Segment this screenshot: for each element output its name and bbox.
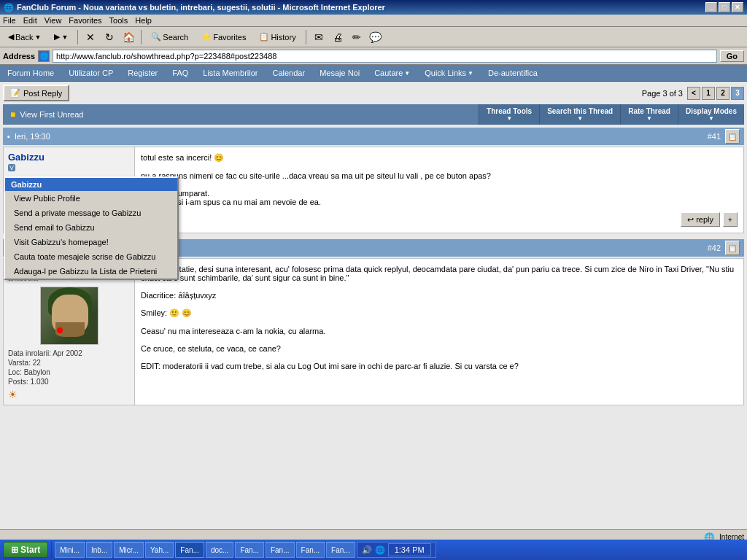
menu-tools[interactable]: Tools	[109, 16, 128, 25]
minimize-button[interactable]: _	[705, 2, 717, 12]
top-controls: 📝 Post Reply Page 3 of 3 < 1 2 3	[3, 85, 744, 101]
context-send-email[interactable]: Send email to Gabizzu	[5, 220, 177, 235]
forum-nav-members[interactable]: Lista Membrilor	[196, 65, 265, 81]
display-modes-button[interactable]: Display Modes ▼	[678, 104, 744, 125]
close-button[interactable]: ✕	[732, 2, 743, 12]
search-button[interactable]: 🔍 Search	[146, 29, 193, 45]
post-content-42: Penis reputatie, desi suna interesant, a…	[135, 259, 743, 405]
taskbar: ⊞ Start Mini... Inb... Micr... Yah... Fa…	[0, 540, 747, 553]
search-toolbar-icon: 🔍	[151, 32, 161, 42]
reply-button-41[interactable]: ↩ reply	[681, 212, 720, 227]
taskbar-btn-9[interactable]: Fan...	[296, 542, 325, 553]
forward-arrow-icon: ▶	[54, 32, 60, 42]
page-3-button[interactable]: 3	[731, 87, 744, 100]
menu-favorites[interactable]: Favorites	[69, 16, 101, 25]
address-label: Address	[3, 52, 35, 61]
forum-nav-home[interactable]: Forum Home	[0, 65, 61, 81]
address-input[interactable]	[53, 50, 717, 63]
window-title: FanClub Forum - Noua varianta vs buletin…	[17, 3, 385, 12]
taskbar-btn-3[interactable]: Micr...	[114, 542, 144, 553]
post-body-41: Gabizzu V Gabizzu View Public Profile Se…	[3, 147, 744, 233]
menu-edit[interactable]: Edit	[23, 16, 37, 25]
username-41[interactable]: Gabizzu	[8, 152, 130, 163]
page-1-button[interactable]: 1	[702, 87, 715, 100]
context-view-profile[interactable]: View Public Profile	[5, 191, 177, 206]
display-modes-dropdown-icon: ▼	[708, 115, 714, 122]
post-report-41[interactable]: 📋	[725, 129, 740, 144]
taskbar-btn-7[interactable]: Fan...	[235, 542, 264, 553]
discuss-button[interactable]: 💬	[368, 29, 384, 45]
edit-button[interactable]: ✏	[349, 29, 365, 45]
context-menu-41: Gabizzu View Public Profile Send a priva…	[4, 176, 179, 280]
toolbar-separator-3	[306, 30, 306, 44]
view-first-unread[interactable]: ■ View First Unread	[3, 104, 479, 125]
menu-file[interactable]: File	[3, 16, 16, 25]
user-join-date: Data inrolarii: Apr 2002	[8, 349, 130, 357]
history-button[interactable]: 📋 History	[254, 29, 301, 45]
post-text-41-1: totul este sa incerci! 😊	[141, 153, 738, 163]
page-2-button[interactable]: 2	[716, 87, 729, 100]
post-text-42-6: EDIT: moderatorii ii vad cum trebe, si a…	[141, 362, 738, 370]
post-header-41: ▪ Ieri, 19:30 #41 📋	[3, 128, 744, 145]
taskbar-tray: 🔊 🌐 1:34 PM	[357, 542, 436, 553]
favorites-button[interactable]: ⭐ Favorites	[196, 29, 251, 45]
post-number-42: #42	[708, 244, 721, 252]
verified-badge-41: V	[8, 164, 15, 171]
context-add-friend[interactable]: Adauga-l pe Gabizzu la Lista de Prieteni	[5, 264, 177, 279]
history-toolbar-icon: 📋	[259, 32, 269, 42]
post-text-41-4: n realitatii si i-am spus ca nu mai am n…	[141, 198, 738, 206]
stop-button[interactable]: ✕	[82, 29, 98, 45]
taskbar-btn-10[interactable]: Fan...	[326, 542, 355, 553]
prev-page-button[interactable]: <	[687, 87, 700, 100]
forward-button[interactable]: ▶ ▼	[49, 29, 73, 45]
post-text-42-1: Penis reputatie, desi suna interesant, a…	[141, 265, 738, 282]
post-icon-41: ▪	[7, 132, 10, 141]
forum-nav-register[interactable]: Register	[120, 65, 165, 81]
start-button[interactable]: ⊞ Start	[3, 542, 48, 553]
maximize-button[interactable]: □	[719, 2, 730, 12]
home-button[interactable]: 🏠	[120, 29, 136, 45]
context-visit-homepage[interactable]: Visit Gabizzu's homepage!	[5, 235, 177, 249]
taskbar-btn-1[interactable]: Mini...	[55, 542, 85, 553]
refresh-button[interactable]: ↻	[101, 29, 117, 45]
taskbar-btn-5[interactable]: Fan...	[175, 542, 204, 553]
go-button[interactable]: Go	[720, 50, 744, 62]
page-info: Page 3 of 3	[642, 89, 683, 98]
print-button[interactable]: 🖨	[330, 29, 346, 45]
menu-help[interactable]: Help	[135, 16, 152, 25]
ie-toolbar: ◀ Back ▼ ▶ ▼ ✕ ↻ 🏠 🔍 Search ⭐ Favorites …	[0, 27, 747, 47]
forum-nav-calendar[interactable]: Calendar	[265, 65, 312, 81]
forum-nav-logout[interactable]: De-autentifica	[481, 65, 545, 81]
taskbar-btn-8[interactable]: Fan...	[266, 542, 295, 553]
taskbar-separator-1	[51, 542, 52, 553]
forum-nav-faq[interactable]: FAQ	[165, 65, 196, 81]
post-text-42-5: Ce cruce, ce steluta, ce vaca, ce cane?	[141, 344, 738, 353]
thread-tools-button[interactable]: Thread Tools ▼	[479, 104, 539, 125]
search-thread-button[interactable]: Search this Thread ▼	[539, 104, 620, 125]
forum-nav-quicklinks[interactable]: Quick Links ▼	[417, 65, 481, 81]
back-dropdown-arrow-icon: ▼	[34, 34, 41, 41]
thread-tools-bar: ■ View First Unread Thread Tools ▼ Searc…	[3, 104, 744, 125]
rate-thread-dropdown-icon: ▼	[646, 115, 652, 122]
back-arrow-icon: ◀	[8, 32, 14, 42]
post-time-41: Ieri, 19:30	[15, 132, 50, 141]
post-reply-button[interactable]: 📝 Post Reply	[3, 85, 69, 101]
taskbar-btn-4[interactable]: Yah...	[145, 542, 174, 553]
multi-quote-button-41[interactable]: +	[723, 212, 738, 227]
forum-nav-usercp[interactable]: Utilizator CP	[61, 65, 120, 81]
post-report-42[interactable]: 📋	[725, 241, 740, 255]
page-icon: 🌐	[38, 50, 50, 62]
forum-nav-search[interactable]: Cautare ▼	[367, 65, 417, 81]
search-dropdown-icon: ▼	[404, 70, 410, 77]
rate-thread-button[interactable]: Rate Thread ▼	[620, 104, 678, 125]
taskbar-btn-2[interactable]: Inb...	[86, 542, 112, 553]
back-button[interactable]: ◀ Back ▼	[3, 29, 46, 45]
context-send-pm[interactable]: Send a private message to Gabizzu	[5, 206, 177, 220]
mail-button[interactable]: ✉	[311, 29, 327, 45]
user-location: Loc: Babylon	[8, 368, 130, 376]
taskbar-btn-6[interactable]: doc...	[206, 542, 233, 553]
context-search-posts[interactable]: Cauta toate mesajele scrise de Gabizzu	[5, 249, 177, 264]
menu-view[interactable]: View	[44, 16, 62, 25]
reply-icon: 📝	[10, 88, 20, 98]
forum-nav-newmsgs[interactable]: Mesaje Noi	[312, 65, 367, 81]
